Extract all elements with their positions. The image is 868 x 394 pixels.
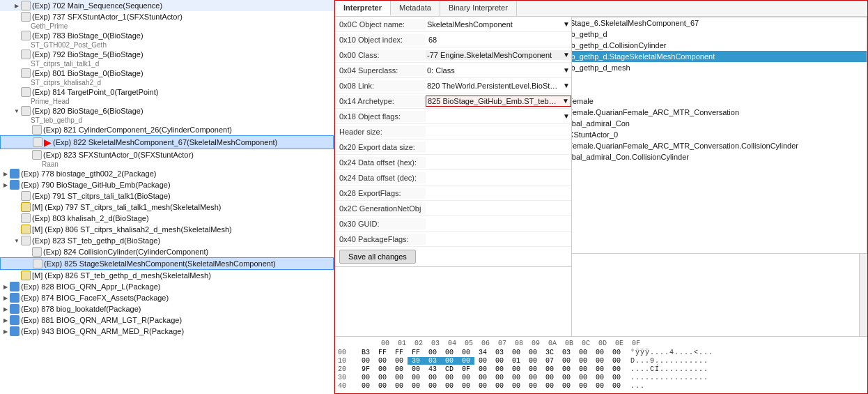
- hex-byte[interactable]: 00: [391, 365, 408, 373]
- hex-byte[interactable]: 00: [374, 357, 391, 365]
- tree-item[interactable]: ▶(Exp) 702 Main_Sequence(Sequence): [0, 0, 334, 11]
- tree-item[interactable]: ▶(Exp) 943 BIOG_QRN_ARM_MED_R(Package): [0, 326, 334, 337]
- field-value[interactable]: ▼: [426, 112, 571, 121]
- dropdown-item[interactable]: 827 biochar_global.Archetypes: [572, 73, 867, 84]
- hex-byte[interactable]: 00: [591, 349, 608, 356]
- hex-byte[interactable]: 00: [491, 382, 508, 390]
- dropdown-item[interactable]: 832 TheWorld.PersistentLevel.SFXStuntAct…: [572, 129, 867, 140]
- hex-byte[interactable]: FF: [374, 349, 391, 356]
- hex-byte[interactable]: 00: [508, 365, 525, 373]
- dropdown-item[interactable]: 824 BioStage_GitHub_Emb.ST_teb_gethp_d.C…: [572, 40, 867, 51]
- tab-metadata[interactable]: Metadata: [391, 1, 440, 16]
- hex-byte[interactable]: 00: [441, 349, 458, 356]
- hex-byte[interactable]: 00: [474, 365, 491, 373]
- tree-item[interactable]: ▶(Exp) 790 BioStage_GitHub_Emb(Package): [0, 179, 334, 190]
- hex-byte[interactable]: 00: [357, 357, 374, 365]
- hex-byte[interactable]: 00: [591, 374, 608, 381]
- hex-byte[interactable]: 00: [424, 382, 441, 390]
- dropdown-item[interactable]: 822 TheWorld.PersistentLevel.BioStage_6.…: [572, 17, 867, 29]
- hex-byte[interactable]: FF: [391, 349, 408, 356]
- hex-byte[interactable]: 00: [391, 374, 408, 381]
- hex-byte[interactable]: 00: [491, 365, 508, 373]
- hex-byte[interactable]: 00: [474, 357, 491, 365]
- hex-byte[interactable]: 00: [525, 374, 541, 381]
- hex-byte[interactable]: 00: [508, 374, 525, 381]
- dropdown-arrow-icon[interactable]: ▼: [563, 82, 570, 89]
- hex-byte[interactable]: 00: [591, 365, 608, 373]
- field-value[interactable]: 825 BioStage_GitHub_Emb.ST_teb_gethp_d.S…: [426, 96, 571, 107]
- hex-byte[interactable]: 00: [541, 365, 558, 373]
- hex-byte[interactable]: 00: [591, 382, 608, 390]
- hex-byte[interactable]: 9F: [357, 365, 374, 373]
- tree-item[interactable]: ▼(Exp) 820 BioStage_6(BioStage): [0, 105, 334, 116]
- hex-byte[interactable]: 00: [408, 374, 424, 381]
- hex-byte[interactable]: 34: [474, 349, 491, 356]
- hex-byte[interactable]: 03: [424, 357, 441, 365]
- hex-byte[interactable]: 00: [575, 357, 591, 365]
- hex-byte[interactable]: 00: [458, 374, 474, 381]
- hex-byte[interactable]: 00: [608, 349, 625, 356]
- field-value[interactable]: 0: Class▼: [426, 66, 571, 75]
- hex-byte[interactable]: 00: [575, 374, 591, 381]
- tree-item[interactable]: ▶(Exp) 881 BIOG_QRN_ARM_LGT_R(Package): [0, 315, 334, 326]
- hex-byte[interactable]: 00: [374, 382, 391, 390]
- dropdown-arrow-icon[interactable]: ▼: [563, 51, 570, 59]
- dropdown-item[interactable]: 833 BIOG_QRN_Appr_L.QuarianFemale.Quaria…: [572, 140, 867, 151]
- field-value[interactable]: SkeletalMeshComponent▼: [426, 20, 571, 29]
- hex-byte[interactable]: 00: [608, 365, 625, 373]
- tree-item[interactable]: (Exp) 783 BioStage_0(BioStage): [0, 30, 334, 41]
- tree-item[interactable]: [M] (Exp) 826 ST_teb_gethp_d_mesh(Skelet…: [0, 270, 334, 281]
- hex-byte[interactable]: 00: [591, 357, 608, 365]
- tree-item[interactable]: (Exp) 801 BioStage_0(BioStage): [0, 68, 334, 79]
- dropdown-item[interactable]: 834 biochar_global.Archetypes.global_adm…: [572, 151, 867, 162]
- hex-byte[interactable]: 01: [508, 357, 525, 365]
- tree-item[interactable]: (Exp) 821 CylinderComponent_26(CylinderC…: [0, 124, 334, 135]
- dropdown-item[interactable]: 829 BIOG_QRN_Appr_L.QuarianFemale: [572, 96, 867, 107]
- hex-byte[interactable]: 00: [374, 374, 391, 381]
- tree-item[interactable]: ▶(Exp) 778 biostage_gth002_2(Package): [0, 168, 334, 179]
- tree-item[interactable]: (Exp) 791 ST_citprs_tali_talk1(BioStage): [0, 190, 334, 202]
- hex-byte[interactable]: 00: [558, 382, 575, 390]
- dropdown-arrow-icon[interactable]: ▼: [563, 112, 570, 120]
- hex-byte[interactable]: 00: [491, 374, 508, 381]
- hex-byte[interactable]: 0F: [458, 365, 474, 373]
- tree-item[interactable]: ▶(Exp) 828 BIOG_QRN_Appr_L(Package): [0, 281, 334, 292]
- hex-byte[interactable]: 00: [558, 365, 575, 373]
- tree-item[interactable]: (Exp) 737 SFXStuntActor_1(SFXStuntActor): [0, 11, 334, 22]
- hex-byte[interactable]: 00: [374, 365, 391, 373]
- hex-byte[interactable]: 00: [491, 357, 508, 365]
- hex-byte[interactable]: 00: [474, 374, 491, 381]
- hex-byte[interactable]: 00: [541, 374, 558, 381]
- hex-byte[interactable]: 00: [508, 349, 525, 356]
- hex-byte[interactable]: 00: [458, 357, 474, 365]
- hex-byte[interactable]: 00: [424, 349, 441, 356]
- hex-byte[interactable]: 39: [408, 357, 424, 365]
- tree-item[interactable]: (Exp) 814 TargetPoint_0(TargetPoint): [0, 86, 334, 98]
- dropdown-item[interactable]: 823 BioStage_GitHub_Emb.ST_teb_gethp_d: [572, 29, 867, 40]
- tree-item[interactable]: ▶(Exp) 822 SkeletalMeshComponent_67(Skel…: [0, 135, 334, 149]
- hex-byte[interactable]: 00: [575, 349, 591, 356]
- hex-byte[interactable]: 00: [608, 374, 625, 381]
- tree-item[interactable]: [M] (Exp) 806 ST_citprs_khalisah2_d_mesh…: [0, 224, 334, 235]
- tree-item[interactable]: (Exp) 803 khalisah_2_d(BioStage): [0, 213, 334, 224]
- tree-item[interactable]: ▶(Exp) 874 BIOG_FaceFX_Assets(Package): [0, 292, 334, 303]
- tree-item[interactable]: (Exp) 792 BioStage_5(BioStage): [0, 49, 334, 60]
- tree-item[interactable]: ▶(Exp) 878 biog_lookatdef(Package): [0, 303, 334, 315]
- hex-byte[interactable]: 00: [458, 349, 474, 356]
- hex-byte[interactable]: 00: [408, 365, 424, 373]
- field-value[interactable]: 68: [426, 34, 571, 45]
- archetype-dropdown-panel[interactable]: 822 TheWorld.PersistentLevel.BioStage_6.…: [572, 17, 867, 254]
- hex-byte[interactable]: FF: [408, 349, 424, 356]
- hex-byte[interactable]: 00: [525, 365, 541, 373]
- hex-byte[interactable]: 43: [424, 365, 441, 373]
- hex-byte[interactable]: 00: [525, 382, 541, 390]
- dropdown-item[interactable]: 828 BIOG_QRN_Appr_L: [572, 84, 867, 96]
- hex-byte[interactable]: 00: [575, 365, 591, 373]
- hex-byte[interactable]: B3: [357, 349, 374, 356]
- hex-byte[interactable]: 00: [441, 357, 458, 365]
- hex-byte[interactable]: 00: [474, 382, 491, 390]
- hex-byte[interactable]: 00: [558, 357, 575, 365]
- dropdown-arrow-icon[interactable]: ▼: [562, 97, 569, 105]
- dropdown-item[interactable]: 830 BIOG_QRN_Appr_L.QuarianFemale.Quaria…: [572, 107, 867, 118]
- hex-byte[interactable]: 00: [525, 357, 541, 365]
